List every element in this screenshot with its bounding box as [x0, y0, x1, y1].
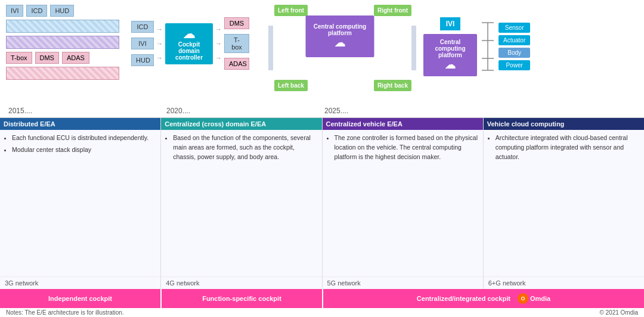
bottom-label-2: Function-specific cockpit [162, 289, 323, 308]
bottom-label-3: Centralized/integrated cockpit O Omdia [323, 289, 644, 308]
arrow-right-mid: → [215, 40, 222, 47]
col-header-4: Vehicle cloud computing [484, 118, 644, 130]
box-hud-2015: HUD [50, 5, 74, 17]
col-body-3: The zone controller is formed based on t… [323, 130, 483, 276]
cloud-icon-cloud: ☁ [445, 58, 456, 72]
box-icd-2015: ICD [26, 5, 47, 17]
bottom-label-1: Independent cockpit [0, 289, 162, 308]
col-body-1-item-2: Modular center stack display [12, 145, 156, 155]
col-body-4: Architecture integrated with cloud-based… [484, 130, 644, 276]
table-col-4: Vehicle cloud computing Architecture int… [484, 118, 644, 289]
section-2025: Left front Right front Central computing… [268, 5, 417, 102]
col-footer-1: 3G network [0, 276, 160, 289]
arrow-left-bot: → [156, 54, 163, 61]
timeline-row: 2015.... 2020.... 2025.... [0, 104, 644, 117]
omdia-logo: O Omdia [518, 293, 550, 304]
table-area: Distributed E/EA Each functional ECU is … [0, 117, 644, 289]
sec2-right-labels: DMS T-box ADAS [224, 17, 249, 70]
col-footer-2: 4G network [161, 276, 321, 289]
timeline-2015: 2015.... [6, 105, 164, 116]
right-zone-strip [411, 26, 416, 70]
zone-right-front: Right front [374, 5, 411, 16]
omdia-icon: O [518, 293, 528, 304]
notes-left: Notes: The E/E architecture is for illus… [6, 309, 124, 316]
arrow-right-bot: → [215, 54, 222, 61]
ivi-box-cloud: IVI [440, 17, 461, 30]
sec2-left-labels: ICD IVI HUD [131, 21, 154, 66]
bottom-label-3-text: Centralized/integrated cockpit [417, 295, 510, 302]
col-body-1-item-1: Each functional ECU is distributed indep… [12, 133, 156, 143]
col-body-4-item-1: Architecture integrated with cloud-based… [496, 133, 639, 161]
sensor-box: Sensor [499, 23, 530, 33]
table-col-2: Centralized (cross) domain E/EA Based on… [161, 118, 322, 289]
box-dms-2015: DMS [35, 52, 59, 64]
box-ivi-2020: IVI [131, 38, 154, 49]
table-col-1: Distributed E/EA Each functional ECU is … [0, 118, 161, 289]
zone-left-front: Left front [274, 5, 308, 16]
zone-right-back: Right back [374, 80, 411, 91]
table-col-3: Centralized vehicle E/EA The zone contro… [323, 118, 484, 289]
central-label-2025: Central computing platform [309, 23, 371, 36]
arrow-left-top: → [156, 26, 163, 33]
box-icd-2020: ICD [131, 21, 154, 33]
timeline-cloud [480, 105, 638, 116]
col-footer-3: 5G network [323, 276, 483, 289]
notes-right: © 2021 Omdia [599, 309, 638, 316]
diagram-area: IVI ICD HUD T-box DMS ADAS ICD IVI [0, 0, 644, 104]
col-body-1: Each functional ECU is distributed indep… [0, 130, 160, 276]
col-footer-4: 6+G network [484, 276, 644, 289]
stripe-mid-2015 [6, 36, 119, 49]
box-dms-2020: DMS [224, 17, 249, 29]
box-adas-2020: ADAS [224, 58, 249, 70]
central-purple-cloud: Central computing platform ☁ [423, 34, 477, 76]
bottom-bar: Independent cockpit Function-specific co… [0, 289, 644, 308]
zone-left-back: Left back [274, 80, 308, 91]
left-zone-strip [268, 26, 273, 70]
stripe-bot-2015 [6, 67, 119, 80]
cockpit-label: Cockpit domain controller [170, 41, 208, 61]
connector-svg [482, 11, 494, 82]
col-body-3-item-1: The zone controller is formed based on t… [335, 133, 478, 161]
omdia-text: Omdia [530, 295, 550, 302]
box-tbox-2020: T-box [224, 34, 249, 53]
timeline-2020: 2020.... [164, 105, 322, 116]
box-hud-2020: HUD [131, 54, 154, 66]
box-adas-2015: ADAS [62, 52, 89, 64]
col-body-2: Based on the function of the components,… [161, 130, 321, 276]
cloud-icon-2025: ☁ [335, 36, 345, 49]
actuator-box: Actuator [499, 35, 530, 45]
power-box: Power [499, 60, 530, 70]
arrow-right-top: → [215, 26, 222, 33]
main-container: IVI ICD HUD T-box DMS ADAS ICD IVI [0, 0, 644, 317]
body-box: Body [499, 48, 530, 58]
box-ivi-2015: IVI [6, 5, 23, 17]
box-tbox-2015: T-box [6, 52, 32, 64]
col-header-1: Distributed E/EA [0, 118, 160, 130]
arrow-left-mid: → [156, 40, 163, 47]
central-label-cloud: Central computing platform [427, 39, 473, 58]
section-2015: IVI ICD HUD T-box DMS ADAS [6, 5, 125, 102]
col-header-2: Centralized (cross) domain E/EA [161, 118, 321, 130]
col-body-2-item-1: Based on the function of the components,… [173, 133, 317, 161]
stripe-top-2015 [6, 20, 119, 33]
section-2020: ICD IVI HUD → → → ☁ Cockpit domain contr… [131, 5, 262, 102]
zone-central-computing: Central computing platform ☁ [306, 15, 374, 57]
notes-row: Notes: The E/E architecture is for illus… [0, 308, 644, 317]
col-header-3: Centralized vehicle E/EA [323, 118, 483, 130]
timeline-2025: 2025.... [322, 105, 480, 116]
cockpit-domain-box: ☁ Cockpit domain controller [165, 23, 213, 64]
section-vehicle-cloud: IVI Central computing platform ☁ Sensor [423, 5, 566, 102]
